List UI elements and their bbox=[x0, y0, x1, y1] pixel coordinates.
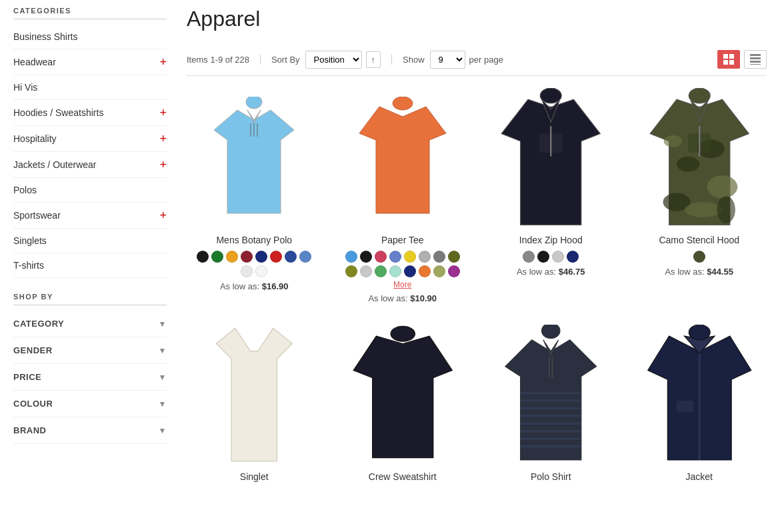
color-swatch[interactable] bbox=[360, 265, 372, 277]
color-swatch[interactable] bbox=[241, 251, 253, 263]
filter-label: COLOUR bbox=[13, 399, 53, 409]
per-page-label: per page bbox=[469, 55, 503, 65]
product-image-container[interactable] bbox=[639, 330, 761, 463]
sidebar-item-label: Sportswear bbox=[13, 210, 61, 221]
color-swatch[interactable] bbox=[345, 251, 357, 263]
svg-rect-0 bbox=[723, 54, 728, 59]
color-swatch[interactable] bbox=[375, 251, 387, 263]
list-icon bbox=[750, 54, 761, 65]
chevron-down-icon: ▼ bbox=[159, 346, 167, 355]
color-swatch[interactable] bbox=[693, 251, 705, 263]
color-swatch[interactable] bbox=[360, 251, 372, 263]
product-price: As low as: $44.55 bbox=[639, 267, 761, 277]
sort-select[interactable]: Position Name Price bbox=[305, 51, 362, 69]
sidebar-nav-item[interactable]: Headwear+ bbox=[13, 49, 167, 75]
expand-icon: + bbox=[159, 56, 167, 68]
color-swatch[interactable] bbox=[270, 251, 282, 263]
filter-item[interactable]: CATEGORY▼ bbox=[13, 311, 167, 337]
price-value: $16.90 bbox=[262, 281, 289, 291]
color-swatch[interactable] bbox=[448, 251, 460, 263]
sidebar-nav-item[interactable]: Hospitality+ bbox=[13, 126, 167, 152]
product-image-container[interactable] bbox=[490, 93, 612, 227]
filter-item[interactable]: COLOUR▼ bbox=[13, 391, 167, 417]
sidebar-item-label: T-shirts bbox=[13, 260, 44, 271]
sidebar-nav-item[interactable]: Business Shirts bbox=[13, 25, 167, 49]
color-swatch[interactable] bbox=[299, 251, 311, 263]
product-name: Paper Tee bbox=[342, 235, 464, 245]
categories-title: CATEGORIES bbox=[13, 7, 167, 19]
filter-item[interactable]: BRAND▼ bbox=[13, 417, 167, 444]
product-card: Mens Botany PoloAs low as: $16.90 bbox=[187, 87, 322, 310]
color-swatch[interactable] bbox=[404, 251, 416, 263]
color-swatch[interactable] bbox=[523, 251, 535, 263]
product-image-container[interactable] bbox=[342, 93, 464, 227]
color-swatch[interactable] bbox=[419, 265, 431, 277]
product-name: Camo Stencil Hood bbox=[639, 235, 761, 245]
sidebar-item-label: Headwear bbox=[13, 57, 56, 67]
more-colors-link[interactable]: More bbox=[393, 280, 411, 289]
svg-point-30 bbox=[689, 88, 710, 103]
product-image-svg bbox=[193, 321, 315, 473]
sidebar-item-label: Jackets / Outerwear bbox=[13, 159, 97, 170]
sidebar-nav-item[interactable]: Singlets bbox=[13, 229, 167, 253]
color-swatch[interactable] bbox=[389, 251, 401, 263]
product-image-container[interactable] bbox=[193, 93, 315, 227]
sidebar-nav-item[interactable]: Sportswear+ bbox=[13, 203, 167, 229]
sidebar-item-label: Hospitality bbox=[13, 133, 57, 144]
filter-item[interactable]: GENDER▼ bbox=[13, 337, 167, 364]
items-count: Items 1-9 of 228 bbox=[187, 55, 261, 65]
svg-rect-3 bbox=[729, 60, 734, 65]
expand-icon: + bbox=[159, 133, 167, 145]
sidebar-nav-item[interactable]: Hi Vis bbox=[13, 75, 167, 100]
product-image-svg bbox=[201, 97, 307, 223]
filter-label: GENDER bbox=[13, 345, 53, 355]
color-swatch[interactable] bbox=[433, 265, 445, 277]
price-value: $10.90 bbox=[410, 293, 437, 303]
color-swatch[interactable] bbox=[448, 265, 460, 277]
product-image-container[interactable] bbox=[639, 93, 761, 227]
expand-icon: + bbox=[159, 159, 167, 171]
svg-point-13 bbox=[246, 97, 262, 109]
color-swatch[interactable] bbox=[419, 251, 431, 263]
sidebar-nav-item[interactable]: Polos bbox=[13, 178, 167, 203]
product-image-svg bbox=[342, 325, 464, 469]
list-view-button[interactable] bbox=[744, 50, 767, 69]
filter-label: BRAND bbox=[13, 425, 46, 435]
filter-item[interactable]: PRICE▼ bbox=[13, 364, 167, 391]
color-swatch[interactable] bbox=[389, 265, 401, 277]
sidebar-nav-item[interactable]: T-shirts bbox=[13, 253, 167, 278]
color-swatch[interactable] bbox=[433, 251, 445, 263]
price-value: $44.55 bbox=[707, 267, 733, 277]
product-card: Crew Sweatshirt bbox=[335, 323, 471, 494]
per-page-select[interactable]: 9 15 30 bbox=[430, 51, 465, 69]
shop-by-title: SHOP BY bbox=[13, 293, 167, 305]
product-price: As low as: $16.90 bbox=[193, 281, 315, 291]
color-swatch[interactable] bbox=[255, 265, 267, 277]
product-image-svg bbox=[490, 325, 612, 469]
color-swatch[interactable] bbox=[226, 251, 238, 263]
sort-direction-button[interactable]: ↑ bbox=[366, 51, 381, 68]
color-swatch[interactable] bbox=[404, 265, 416, 277]
page-title: Apparel bbox=[187, 7, 767, 31]
color-swatch[interactable] bbox=[567, 251, 579, 263]
product-image-container[interactable] bbox=[193, 330, 315, 463]
grid-view-button[interactable] bbox=[717, 50, 740, 69]
color-swatch[interactable] bbox=[197, 251, 209, 263]
color-swatch[interactable] bbox=[285, 251, 297, 263]
product-image-svg bbox=[639, 88, 761, 233]
product-image-container[interactable] bbox=[490, 330, 612, 463]
color-swatch[interactable] bbox=[211, 251, 223, 263]
color-swatch[interactable] bbox=[375, 265, 387, 277]
color-swatch[interactable] bbox=[241, 265, 253, 277]
expand-icon: + bbox=[159, 209, 167, 221]
color-swatch[interactable] bbox=[345, 265, 357, 277]
color-swatch[interactable] bbox=[255, 251, 267, 263]
color-swatch[interactable] bbox=[537, 251, 549, 263]
color-swatch[interactable] bbox=[552, 251, 564, 263]
sidebar-nav-item[interactable]: Jackets / Outerwear+ bbox=[13, 152, 167, 178]
product-image-container[interactable] bbox=[342, 330, 464, 463]
product-card: Jacket bbox=[632, 323, 767, 494]
product-name: Singlet bbox=[193, 471, 315, 482]
sidebar-nav-item[interactable]: Hoodies / Sweatshirts+ bbox=[13, 100, 167, 126]
price-value: $46.75 bbox=[559, 267, 585, 277]
